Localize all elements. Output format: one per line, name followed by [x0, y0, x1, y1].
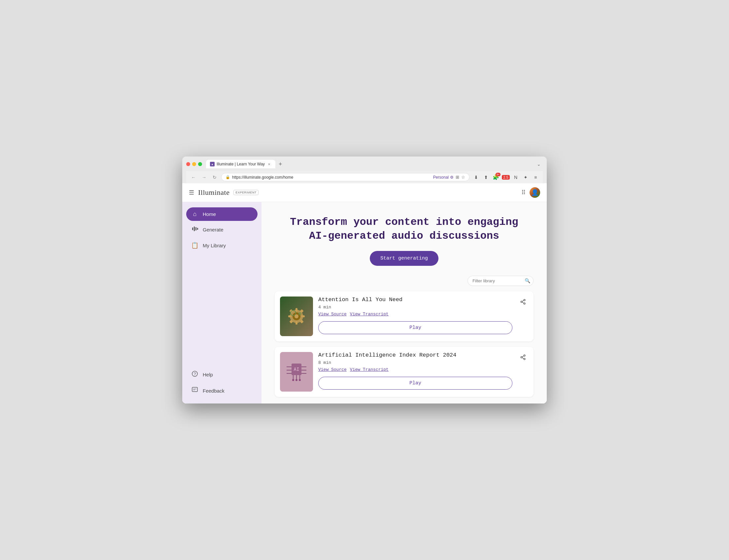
download-button[interactable]: ⬇	[472, 173, 480, 181]
card-title-2: Artificial Intelligence Index Report 202…	[318, 352, 512, 358]
card-ai-report: AI	[275, 347, 534, 397]
fullscreen-button[interactable]	[198, 162, 202, 166]
view-source-link-1[interactable]: View Source	[318, 312, 347, 317]
back-button[interactable]: ←	[190, 173, 197, 181]
thumb-art-1	[280, 297, 313, 336]
app-logo-area: ☰ Illuminate EXPERIMENT	[189, 188, 259, 197]
browser-toolbar: ← → ↻ 🔒 https://illuminate.google.com/ho…	[186, 171, 543, 183]
generate-icon	[191, 226, 199, 234]
reload-button[interactable]: ↻	[211, 173, 219, 181]
window-expand-icon[interactable]: ⌄	[535, 160, 543, 168]
svg-rect-2	[195, 227, 196, 230]
sidebar-item-feedback[interactable]: Feedback	[186, 383, 258, 398]
tab-label: Illuminate | Learn Your Way	[217, 162, 265, 166]
card-body-2: Artificial Intelligence Index Report 202…	[318, 352, 512, 390]
url-text: https://illuminate.google.com/home	[232, 175, 431, 180]
sidebar: ⌂ Home Generate	[182, 202, 261, 403]
user-avatar[interactable]: 👤	[530, 187, 540, 198]
forward-button[interactable]: →	[200, 173, 208, 181]
filter-search-icon: 🔍	[525, 278, 530, 283]
sidebar-item-my-library[interactable]: 📋 My Library	[186, 238, 258, 252]
feedback-icon	[191, 387, 199, 395]
tab-close-icon[interactable]: ✕	[267, 162, 271, 166]
experiment-badge: EXPERIMENT	[233, 190, 259, 195]
extension-icon-4[interactable]: ✦	[522, 173, 530, 181]
svg-rect-13	[295, 321, 297, 325]
address-actions: Personal ⚙ ⊞ ☆	[433, 175, 465, 180]
sidebar-item-generate[interactable]: Generate	[186, 222, 258, 237]
sidebar-item-help[interactable]: ? Help	[186, 367, 258, 382]
play-button-1[interactable]: Play	[318, 321, 512, 334]
hamburger-menu-button[interactable]: ☰	[189, 189, 194, 196]
tab-favicon: ▲	[210, 162, 215, 166]
help-icon: ?	[191, 370, 199, 379]
mac-window: ▲ Illuminate | Learn Your Way ✕ + ⌄ ← → …	[182, 157, 547, 403]
share-button-2[interactable]	[518, 352, 528, 363]
sidebar-bottom: ? Help Feedback	[186, 367, 258, 398]
new-tab-button[interactable]: +	[277, 161, 284, 168]
address-bar[interactable]: 🔒 https://illuminate.google.com/home Per…	[221, 173, 469, 181]
card-title-1: Attention Is All You Need	[318, 297, 512, 303]
view-transcript-link-1[interactable]: View Transcript	[350, 312, 389, 317]
gear-illustration	[283, 303, 310, 330]
svg-rect-0	[192, 227, 193, 230]
minimize-button[interactable]	[192, 162, 196, 166]
svg-line-25	[522, 302, 524, 303]
hero-section: Transform your content into engagingAI-g…	[275, 215, 534, 265]
app-body: ⌂ Home Generate	[182, 202, 547, 403]
extension-icon-3[interactable]: N	[512, 173, 520, 181]
svg-point-44	[524, 358, 525, 360]
browser-menu-button[interactable]: ≡	[532, 173, 539, 181]
hero-title: Transform your content into engagingAI-g…	[275, 215, 534, 243]
card-links-1: View Source View Transcript	[318, 312, 512, 317]
view-transcript-link-2[interactable]: View Transcript	[350, 367, 389, 372]
cards-container: Attention Is All You Need 4 min View Sou…	[275, 291, 534, 397]
extension-icon-1[interactable]: 🧩 9+	[492, 173, 500, 181]
share-button[interactable]: ⬆	[482, 173, 490, 181]
card-duration-2: 8 min	[318, 360, 512, 365]
filter-input[interactable]	[468, 276, 534, 286]
svg-line-46	[522, 356, 524, 357]
share-button-1[interactable]	[518, 297, 528, 307]
header-right: ⠿ 👤	[521, 187, 540, 198]
svg-rect-12	[295, 308, 297, 311]
svg-text:?: ?	[194, 372, 196, 376]
svg-point-40	[295, 379, 297, 381]
bookmark-icon[interactable]: ☆	[461, 175, 465, 180]
traffic-lights	[186, 162, 202, 166]
svg-rect-3	[197, 228, 198, 230]
toolbar-right: ⬇ ⬆ 🧩 9+ 2.5 N ✦ ≡	[472, 173, 539, 181]
active-tab[interactable]: ▲ Illuminate | Learn Your Way ✕	[206, 160, 275, 168]
view-source-link-2[interactable]: View Source	[318, 367, 347, 372]
personal-label[interactable]: Personal ⚙	[433, 175, 454, 180]
filter-input-wrap: 🔍	[468, 276, 534, 286]
svg-line-26	[522, 300, 524, 301]
svg-rect-6	[192, 387, 197, 392]
tab-bar: ▲ Illuminate | Learn Your Way ✕ +	[206, 160, 535, 168]
apps-grid-icon[interactable]: ⊞	[456, 175, 459, 180]
browser-chrome: ▲ Illuminate | Learn Your Way ✕ + ⌄ ← → …	[182, 157, 547, 183]
sidebar-item-home[interactable]: ⌂ Home	[186, 207, 258, 221]
card-attention: Attention Is All You Need 4 min View Sou…	[275, 291, 534, 341]
start-generating-button[interactable]: Start generating	[370, 251, 438, 266]
extension-icon-2[interactable]: 2.5	[502, 173, 510, 181]
ai-illustration: AI	[283, 357, 310, 387]
svg-rect-1	[194, 227, 195, 231]
play-button-2[interactable]: Play	[318, 377, 512, 390]
svg-point-21	[298, 312, 301, 315]
app-container: ☰ Illuminate EXPERIMENT ⠿ 👤 ⌂ Home	[182, 183, 547, 403]
card-duration-1: 4 min	[318, 305, 512, 310]
svg-point-39	[292, 379, 294, 381]
svg-line-45	[522, 358, 524, 359]
title-bar: ▲ Illuminate | Learn Your Way ✕ + ⌄	[186, 160, 543, 168]
svg-point-41	[299, 379, 301, 381]
card-links-2: View Source View Transcript	[318, 367, 512, 372]
sidebar-label-generate: Generate	[203, 227, 224, 232]
card-body-1: Attention Is All You Need 4 min View Sou…	[318, 297, 512, 334]
svg-point-24	[524, 303, 525, 304]
svg-point-42	[524, 355, 525, 356]
main-content: Transform your content into engagingAI-g…	[261, 202, 547, 403]
sidebar-label-help: Help	[203, 372, 213, 377]
close-button[interactable]	[186, 162, 190, 166]
google-apps-icon[interactable]: ⠿	[521, 189, 526, 196]
